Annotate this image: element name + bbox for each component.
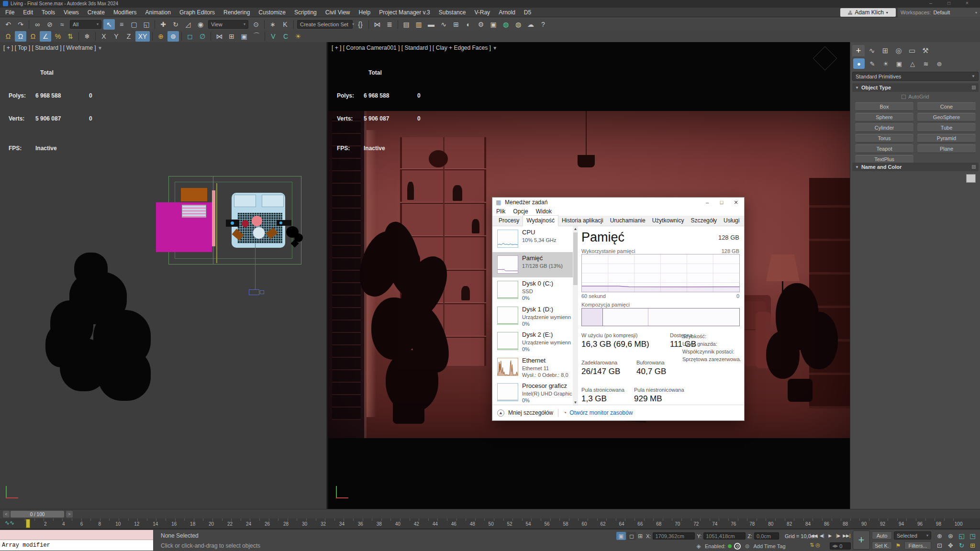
- object-type-rollout[interactable]: ▼ Object Type: [852, 83, 979, 92]
- primitive-button-sphere[interactable]: Sphere: [855, 113, 913, 121]
- per-view-filter-icon[interactable]: ▼: [98, 45, 102, 51]
- tab-modify-icon[interactable]: ∿: [866, 45, 878, 56]
- scroll-up-icon[interactable]: ▲: [573, 226, 578, 232]
- zoom-region-icon[interactable]: ⊡: [934, 540, 945, 550]
- open-resource-monitor-link[interactable]: Otwórz monitor zasobów: [569, 409, 633, 416]
- tm-sidebar-item-dysk-0-c-[interactable]: Dysk 0 (C:)SSD0%: [492, 277, 573, 303]
- undo-icon[interactable]: ↶: [2, 19, 14, 30]
- menu-civil-view[interactable]: Civil View: [321, 9, 355, 16]
- menu-d5[interactable]: D5: [520, 9, 535, 16]
- subtab-cameras-icon[interactable]: ▣: [893, 58, 905, 69]
- mini-curve-editor-icon[interactable]: ∿∿: [5, 519, 14, 526]
- tm-tab-uruchamianie[interactable]: Uruchamianie: [607, 216, 649, 226]
- track-bar-ruler[interactable]: ∿∿ 0246810121416182022242628303234363840…: [0, 518, 980, 529]
- toggle-ribbon-icon[interactable]: ▬: [425, 19, 437, 30]
- tm-menu-opcje[interactable]: Opcje: [513, 208, 528, 215]
- primitive-button-geosphere[interactable]: GeoSphere: [917, 113, 976, 121]
- z-coordinate-field[interactable]: 0,0cm: [754, 532, 779, 540]
- select-and-link-icon[interactable]: ∞: [32, 19, 43, 30]
- tm-tab-historia-aplikacji[interactable]: Historia aplikacji: [558, 216, 607, 226]
- angle-snap-toggle-icon[interactable]: ∠: [40, 31, 51, 42]
- light-lister-icon[interactable]: ☀: [292, 31, 304, 42]
- menu-project-manager-v-3[interactable]: Project Manager v.3: [375, 9, 434, 16]
- primitive-button-cylinder[interactable]: Cylinder: [855, 123, 913, 132]
- tm-maximize-button[interactable]: □: [714, 198, 729, 207]
- menu-arnold[interactable]: Arnold: [494, 9, 520, 16]
- measure-distance-icon[interactable]: ⌒: [251, 31, 262, 42]
- subtab-space-warps-icon[interactable]: ≋: [920, 58, 932, 69]
- sidebar-scrollbar[interactable]: ▲ ▼: [573, 226, 578, 406]
- zoom-all-icon[interactable]: ⊛: [945, 531, 956, 540]
- snap-to-frozen-icon[interactable]: ❄: [81, 31, 93, 42]
- tm-menu-plik[interactable]: Plik: [496, 208, 505, 215]
- menu-scripting[interactable]: Scripting: [290, 9, 321, 16]
- key-mode-toggle-icon[interactable]: ⇅: [810, 542, 814, 548]
- sound-toggle-icon[interactable]: ◎: [815, 542, 820, 548]
- tm-tab-usługi[interactable]: Usługi: [720, 216, 743, 226]
- rectangular-selection-region-icon[interactable]: ▢: [128, 19, 140, 30]
- time-slider-handle[interactable]: 0 / 100: [11, 511, 64, 518]
- snaps-toggle-25d-icon[interactable]: Ω: [15, 31, 26, 42]
- menu-substance[interactable]: Substance: [434, 9, 470, 16]
- next-frame-button[interactable]: |▶: [835, 532, 842, 540]
- menu-views[interactable]: Views: [59, 9, 83, 16]
- primitive-button-torus[interactable]: Torus: [855, 134, 913, 143]
- select-and-rotate-icon[interactable]: ↻: [170, 19, 181, 30]
- tm-sidebar-item-cpu[interactable]: CPU10% 5,34 GHz: [492, 226, 573, 252]
- pan-view-icon[interactable]: ✥: [945, 540, 956, 550]
- material-editor-icon[interactable]: ◐: [463, 19, 474, 30]
- tm-sidebar-item-dysk-2-e-[interactable]: Dysk 2 (E:)Urządzenie wymienn0%: [492, 329, 573, 354]
- tm-sidebar-item-pamięć[interactable]: Pamięć17/128 GB (13%): [492, 252, 573, 278]
- selection-lock-toggle-icon[interactable]: ◻: [627, 532, 636, 540]
- render-help-icon[interactable]: ?: [537, 19, 549, 30]
- primitive-button-cone[interactable]: Cone: [917, 102, 976, 111]
- render-in-cloud-icon[interactable]: ☁: [525, 19, 536, 30]
- select-object-icon[interactable]: ↖: [103, 19, 115, 30]
- snaps-toggle-3d-icon[interactable]: Ω: [27, 31, 39, 42]
- key-filters-set-dropdown[interactable]: Selected▾: [894, 531, 931, 540]
- mirror-icon[interactable]: ⋈: [371, 19, 383, 30]
- workspaces-dropdown[interactable]: Workspaces: Default ▾: [898, 8, 980, 17]
- select-and-place-icon[interactable]: ◉: [195, 19, 206, 30]
- vray-frame-buffer-icon[interactable]: V: [267, 31, 279, 42]
- subtab-systems-icon[interactable]: ⊚: [934, 58, 945, 69]
- viewport-label-camera[interactable]: [ + ] [ Corona Camera001 ] [ Standard ] …: [332, 44, 497, 51]
- tm-minimize-button[interactable]: –: [700, 198, 714, 207]
- time-slider-track[interactable]: < 0 / 100 >: [0, 509, 980, 518]
- tm-sidebar-item-ethernet[interactable]: EthernetEthernet 11Wysł.: 0 Odebr.: 8,0: [492, 354, 573, 380]
- task-manager-title-bar[interactable]: ▦ Menedżer zadań – □ ✕: [492, 198, 744, 207]
- tm-tab-wydajność[interactable]: Wydajność: [523, 215, 558, 226]
- subtab-shapes-icon[interactable]: ✎: [867, 58, 878, 69]
- autogrid-checkbox[interactable]: AutoGrid: [850, 94, 980, 99]
- menu-modifiers[interactable]: Modifiers: [109, 9, 141, 16]
- edit-named-selection-sets-icon[interactable]: {}: [355, 19, 366, 30]
- toggle-scene-explorer-icon[interactable]: ▤: [401, 19, 412, 30]
- select-and-scale-icon[interactable]: ◿: [182, 19, 194, 30]
- primitive-button-box[interactable]: Box: [855, 102, 913, 111]
- named-selection-set-dropdown[interactable]: Create Selection Set▾: [297, 20, 353, 29]
- x-coordinate-field[interactable]: 1709,362cm: [653, 532, 695, 540]
- snaps-toggle-2d-icon[interactable]: Ω: [2, 31, 14, 42]
- set-key-button[interactable]: Set K.: [872, 541, 892, 550]
- tm-menu-widok[interactable]: Widok: [536, 208, 552, 215]
- key-filters-hand-icon[interactable]: ⚑: [894, 541, 902, 550]
- keyboard-shortcut-override-icon[interactable]: K: [279, 19, 291, 30]
- menu-file[interactable]: File: [1, 9, 19, 16]
- next-frame-arrow[interactable]: >: [66, 511, 73, 518]
- subtab-lights-icon[interactable]: ☀: [880, 58, 891, 69]
- orbit-view-icon[interactable]: ↻: [956, 540, 967, 550]
- auto-key-button[interactable]: Auto: [872, 531, 892, 540]
- close-button[interactable]: ×: [958, 0, 976, 6]
- tab-motion-icon[interactable]: ◎: [892, 45, 905, 56]
- less-details-button[interactable]: Mniej szczegółów: [508, 409, 553, 416]
- user-account-chip[interactable]: Adam Klich ▾: [840, 8, 896, 17]
- primitive-button-plane[interactable]: Plane: [917, 144, 976, 153]
- use-pivot-point-center-icon[interactable]: ⊙: [250, 19, 262, 30]
- window-crossing-toggle-icon[interactable]: ◱: [141, 19, 152, 30]
- select-and-manipulate-icon[interactable]: ∗: [267, 19, 278, 30]
- object-color-swatch[interactable]: [966, 174, 976, 183]
- tm-tab-szczegóły[interactable]: Szczegóły: [687, 216, 720, 226]
- previous-frame-button[interactable]: ◀|: [818, 532, 825, 540]
- menu-create[interactable]: Create: [83, 9, 109, 16]
- toggle-layer-explorer-icon[interactable]: ▥: [413, 19, 424, 30]
